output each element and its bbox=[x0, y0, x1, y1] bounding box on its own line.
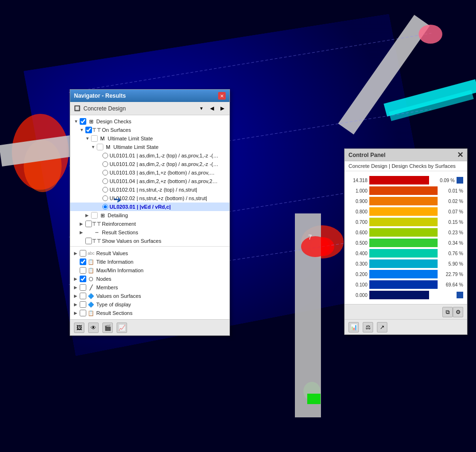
tree-item-on-surfaces[interactable]: ▼ ⊤⊤ On Surfaces bbox=[70, 126, 229, 134]
subtitle-text: Concrete Design | Design Checks by Surfa… bbox=[348, 163, 456, 169]
expand-arrow: ▶ bbox=[74, 311, 80, 315]
tree-item-ul010102[interactable]: UL0101.02 | as,dim,2,-z (top) / as,prov,… bbox=[70, 160, 229, 168]
legend-indicator bbox=[457, 292, 463, 298]
footer-btn-chart[interactable]: 📈 bbox=[117, 323, 127, 333]
legend-color-bar bbox=[369, 228, 438, 237]
result-sections2-checkbox[interactable] bbox=[80, 310, 86, 316]
close-button[interactable]: ✕ bbox=[218, 92, 226, 100]
tree-item-reinforcement[interactable]: ▶ ⊤⊤ Reinforcement bbox=[70, 220, 229, 228]
tree-item-title-info[interactable]: 📋 Title Information bbox=[70, 258, 229, 266]
legend-row: 0.7000.15 % bbox=[348, 217, 463, 227]
maxmin-label: Max/Min Information bbox=[96, 268, 144, 273]
control-panel-close-icon[interactable]: ✕ bbox=[457, 150, 463, 159]
legend-color-bar bbox=[369, 291, 429, 299]
show-values-checkbox[interactable] bbox=[85, 238, 92, 244]
title-info-checkbox[interactable] bbox=[80, 258, 86, 265]
result-sections-label: Result Sections bbox=[102, 230, 138, 235]
ul010101-radio[interactable] bbox=[102, 153, 108, 158]
legend-row: 0.20022.79 % bbox=[348, 269, 463, 279]
tree-item-maxmin-info[interactable]: 📋 Max/Min Information bbox=[70, 266, 229, 275]
ul020301-radio[interactable] bbox=[102, 204, 108, 210]
tree-item-show-values[interactable]: ⊤⊤ Show Values on Surfaces bbox=[70, 237, 229, 245]
reinforcement-checkbox[interactable] bbox=[85, 221, 92, 227]
tree-item-nodes[interactable]: ▶ ⬡ Nodes bbox=[70, 275, 229, 283]
navigator-footer: 🖼 👁 🎬 📈 bbox=[70, 319, 229, 335]
legend-color-bar bbox=[369, 249, 438, 258]
svg-point-17 bbox=[301, 236, 330, 257]
ul010104-radio[interactable] bbox=[102, 178, 108, 184]
ul010103-radio[interactable] bbox=[102, 170, 108, 175]
legend-percentage: 0.09 % bbox=[431, 178, 455, 183]
ctrl-btn-export[interactable]: ↗ bbox=[377, 322, 387, 332]
ctrl-btn-settings[interactable]: ⚙ bbox=[453, 307, 463, 317]
footer-btn-video[interactable]: 🎬 bbox=[102, 323, 113, 333]
tree-item-design-checks[interactable]: ▼ ⊞ Design Checks bbox=[70, 117, 229, 126]
ul010201-radio[interactable] bbox=[102, 187, 108, 193]
navigator-toolbar: 🔲 Concrete Design ▾ ◀ ▶ bbox=[70, 102, 229, 115]
expand-arrow: ▶ bbox=[74, 277, 80, 281]
navigator-title: Navigator - Results bbox=[74, 92, 126, 99]
legend-value: 0.700 bbox=[348, 220, 367, 225]
nodes-icon: ⬡ bbox=[87, 275, 95, 283]
legend-color-bar bbox=[369, 176, 429, 184]
members-checkbox[interactable] bbox=[80, 284, 86, 291]
tree-item-ul010201[interactable]: UL0102.01 | ns,strut,-z (top) / ns,strut… bbox=[70, 185, 229, 194]
values-surfaces-checkbox[interactable] bbox=[80, 293, 86, 299]
tree-item-ul010103[interactable]: UL0101.03 | as,dim,1,+z (bottom) / as,pr… bbox=[70, 168, 229, 177]
maxmin-checkbox[interactable] bbox=[80, 267, 86, 274]
tree-item-result-values[interactable]: ▶ abc Result Values bbox=[70, 249, 229, 258]
ul010102-radio[interactable] bbox=[102, 161, 108, 167]
on-surfaces-label: On Surfaces bbox=[102, 127, 131, 133]
legend-value: 1.000 bbox=[348, 188, 367, 194]
footer-btn-image[interactable]: 🖼 bbox=[74, 323, 84, 333]
tree-item-ul010101[interactable]: UL0101.01 | as,dim,1,-z (top) / as,prov,… bbox=[70, 151, 229, 160]
nodes-checkbox[interactable] bbox=[80, 276, 86, 282]
control-panel-title: Control Panel bbox=[348, 152, 385, 158]
tree-item-ul010104[interactable]: UL0101.04 | as,dim,2,+z (bottom) / as,pr… bbox=[70, 177, 229, 185]
legend-row: 14.3180.09 % bbox=[348, 175, 463, 185]
show-values-icon: ⊤⊤ bbox=[93, 237, 101, 245]
legend-percentage: 0.15 % bbox=[439, 220, 463, 225]
type-display-checkbox[interactable] bbox=[80, 301, 86, 308]
uls2-icon: M bbox=[104, 143, 112, 151]
legend-color-bar bbox=[369, 280, 438, 289]
legend-percentage: 5.90 % bbox=[439, 261, 463, 267]
tree-item-ul020301[interactable]: UL0203.01 | |vEd / vRd,c| bbox=[70, 203, 229, 211]
tree-item-result-sections[interactable]: ▶ ╌ Result Sections bbox=[70, 228, 229, 237]
tree-item-members[interactable]: ▶ ╱ Members bbox=[70, 283, 229, 292]
concrete-design-icon: 🔲 bbox=[73, 104, 82, 113]
tree-item-type-of-display[interactable]: ▶ 🔷 Type of display bbox=[70, 300, 229, 309]
ctrl-btn-copy[interactable]: ⧉ bbox=[442, 307, 453, 317]
legend-value: 0.600 bbox=[348, 230, 367, 235]
control-footer: 📊 ⚖ ↗ bbox=[345, 319, 467, 334]
design-checks-checkbox[interactable] bbox=[80, 118, 86, 125]
ul010202-radio[interactable] bbox=[102, 195, 108, 201]
result-values-checkbox[interactable] bbox=[80, 250, 86, 257]
tree-item-uls2[interactable]: ▼ M Ultimate Limit State bbox=[70, 143, 229, 151]
prev-icon[interactable]: ◀ bbox=[208, 104, 216, 113]
dropdown-icon[interactable]: ▾ bbox=[197, 104, 206, 113]
legend-value: 0.000 bbox=[348, 293, 367, 298]
tree-item-result-sections-2[interactable]: ▶ 📋 Result Sections bbox=[70, 309, 229, 317]
tree-item-values-on-surfaces[interactable]: ▶ 🔷 Values on Surfaces bbox=[70, 292, 229, 300]
members-icon: ╱ bbox=[87, 284, 95, 291]
toolbar-label: Concrete Design bbox=[83, 105, 195, 112]
uls2-checkbox[interactable] bbox=[97, 144, 103, 150]
ctrl-btn-balance[interactable]: ⚖ bbox=[363, 322, 373, 332]
tree-item-uls1[interactable]: ▼ M Ultimate Limit State bbox=[70, 134, 229, 143]
footer-btn-eye[interactable]: 👁 bbox=[88, 323, 99, 333]
legend-percentage: 0.34 % bbox=[439, 240, 463, 246]
ul010202-label: UL0102.02 | ns,strut,+z (bottom) / ns,st… bbox=[110, 195, 207, 201]
uls1-checkbox[interactable] bbox=[91, 135, 98, 142]
ctrl-btn-chart[interactable]: 📊 bbox=[348, 322, 359, 332]
legend-percentage: 0.01 % bbox=[439, 188, 463, 194]
tree-item-ul010202[interactable]: UL0102.02 | ns,strut,+z (bottom) / ns,st… bbox=[70, 194, 229, 203]
detailing-checkbox[interactable] bbox=[91, 212, 98, 219]
legend-value: 0.500 bbox=[348, 240, 367, 246]
result-values-label: Result Values bbox=[96, 250, 128, 256]
expand-arrow: ▼ bbox=[80, 128, 85, 132]
legend-value: 0.400 bbox=[348, 251, 367, 256]
tree-item-detailing[interactable]: ▶ ⊞ Detailing bbox=[70, 211, 229, 220]
on-surfaces-checkbox[interactable] bbox=[85, 127, 92, 133]
next-icon[interactable]: ▶ bbox=[218, 104, 227, 113]
